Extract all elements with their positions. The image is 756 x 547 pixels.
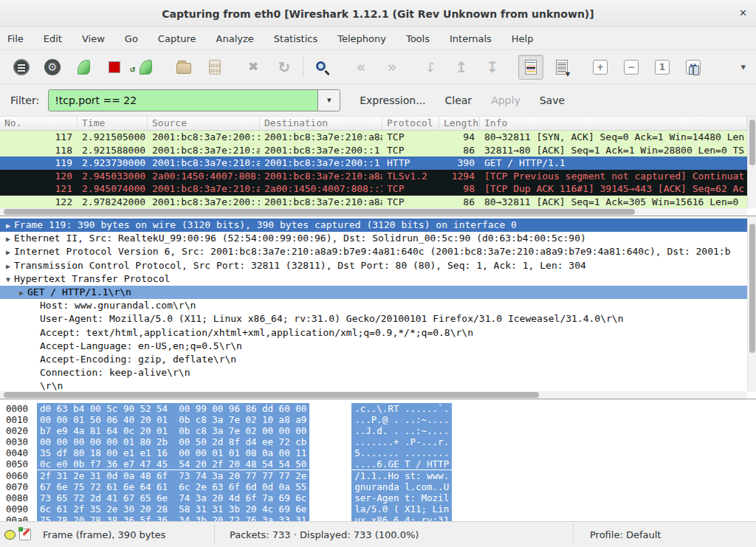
detail-row[interactable]: ▶Transmission Control Protocol, Src Port…	[0, 259, 756, 272]
hex-ascii[interactable]: ux x86_6 4; rv:31	[351, 515, 452, 521]
hex-bytes[interactable]: 73 65 72 2d 41 67 65 6e 74 3a 20 4d 6f 7…	[37, 492, 309, 503]
hex-ascii[interactable]: gnuranda l.com..U	[351, 481, 452, 492]
menu-capture[interactable]: Capture	[158, 33, 196, 44]
menu-statistics[interactable]: Statistics	[274, 33, 317, 44]
go-to-bottom-button[interactable]	[480, 55, 505, 80]
zoom-100-button[interactable]: 1	[650, 55, 675, 80]
packet-list-hscrollbar[interactable]	[0, 208, 747, 216]
hex-bytes[interactable]: 6c 61 2f 35 2e 30 20 28 58 31 31 3b 20 4…	[37, 503, 309, 515]
packet-row[interactable]: 1212.9450740002001:bc8:3a7e:210:a8a92a00…	[0, 182, 756, 196]
hex-bytes[interactable]: 2f 31 2e 31 0d 0a 48 6f 73 74 3a 20 77 7…	[37, 470, 309, 481]
detail-row[interactable]: ▶Frame 119: 390 bytes on wire (3120 bits…	[0, 219, 756, 232]
hex-row[interactable]: 007067 6e 75 72 61 6e 64 61 6c 2e 63 6f …	[0, 481, 756, 492]
auto-scroll-button[interactable]	[549, 55, 574, 80]
go-back-button[interactable]	[348, 55, 374, 80]
hex-bytes[interactable]: d0 63 b4 00 5c 90 52 54 00 99 00 96 86 d…	[37, 403, 309, 414]
toolbar-overflow-icon[interactable]: ▾	[740, 61, 746, 72]
hex-row[interactable]: 00500c e0 0b f7 36 e7 47 45 54 20 2f 20 …	[0, 458, 756, 469]
packet-row[interactable]: 1222.9782420002001:bc8:3a7e:200::12001:b…	[0, 196, 756, 209]
go-to-packet-button[interactable]	[418, 55, 443, 80]
find-packet-button[interactable]	[310, 55, 335, 80]
go-to-top-button[interactable]	[449, 55, 474, 80]
expander-icon[interactable]: ▶	[6, 248, 14, 256]
hex-ascii[interactable]: ser-Agen t: Mozil	[351, 492, 452, 503]
clear-button[interactable]: Clear	[445, 94, 472, 106]
hex-bytes[interactable]: 0c e0 0b f7 36 e7 47 45 54 20 2f 20 48 5…	[37, 458, 309, 469]
column-header-destination[interactable]: Destination	[260, 117, 382, 130]
column-header-protocol[interactable]: Protocol	[382, 117, 439, 130]
resize-columns-button[interactable]	[681, 55, 706, 80]
detail-row[interactable]: ▶GET / HTTP/1.1\r\n	[0, 286, 756, 299]
column-header-info[interactable]: Info	[480, 117, 747, 130]
packet-list-vscrollbar[interactable]	[747, 117, 756, 208]
open-file-button[interactable]	[171, 55, 196, 80]
hex-ascii[interactable]: ...P.@ . ..:~....	[351, 414, 452, 425]
hex-ascii[interactable]: .......+ .P-...r.	[351, 436, 452, 447]
expression-button[interactable]: Expression...	[360, 94, 425, 106]
menu-view[interactable]: View	[82, 33, 105, 44]
stop-capture-button[interactable]	[102, 55, 127, 80]
menu-file[interactable]: File	[7, 33, 24, 44]
go-forward-button[interactable]	[379, 55, 405, 80]
menu-analyze[interactable]: Analyze	[216, 33, 254, 44]
hex-ascii[interactable]: ....6.GE T / HTTP	[351, 458, 452, 469]
hex-bytes[interactable]: 35 df 80 18 00 e1 e1 16 00 00 01 01 08 0…	[37, 447, 309, 458]
detail-row[interactable]: Accept-Encoding: gzip, deflate\r\n	[0, 353, 756, 366]
save-file-button[interactable]	[202, 55, 227, 80]
menu-telephony[interactable]: Telephony	[337, 33, 386, 44]
hex-row[interactable]: 003000 00 00 00 00 01 80 2b 00 50 2d 8f …	[0, 436, 756, 447]
close-icon[interactable]: ✕	[739, 7, 747, 18]
hex-row[interactable]: 001000 00 01 50 06 40 20 01 0b c8 3a 7e …	[0, 414, 756, 425]
menu-tools[interactable]: Tools	[406, 33, 430, 44]
hex-bytes[interactable]: 67 6e 75 72 61 6e 64 61 6c 2e 63 6f 6d 0…	[37, 481, 309, 492]
zoom-out-button[interactable]: −	[619, 55, 644, 80]
expander-icon[interactable]: ▼	[6, 275, 14, 283]
menu-go[interactable]: Go	[125, 33, 138, 44]
hex-row[interactable]: 00a075 78 20 78 38 36 5f 36 34 3b 20 72 …	[0, 515, 756, 521]
detail-hscrollbar[interactable]	[0, 391, 747, 399]
detail-row[interactable]: ▼Hypertext Transfer Protocol	[0, 272, 756, 286]
expert-info-icon[interactable]	[4, 530, 16, 540]
detail-row[interactable]: Connection: keep-alive\r\n	[0, 366, 756, 379]
hex-row[interactable]: 00602f 31 2e 31 0d 0a 48 6f 73 74 3a 20 …	[0, 470, 756, 481]
zoom-in-button[interactable]: +	[588, 55, 613, 80]
close-file-button[interactable]	[241, 55, 266, 80]
expander-icon[interactable]: ▶	[6, 262, 14, 270]
column-header-no[interactable]: No.	[0, 117, 78, 130]
capture-comment-icon[interactable]	[19, 529, 31, 540]
filter-dropdown-icon[interactable]: ▾	[317, 90, 340, 111]
menu-help[interactable]: Help	[512, 33, 534, 44]
capture-options-button[interactable]	[40, 55, 65, 80]
detail-row[interactable]: User-Agent: Mozilla/5.0 (X11; Linux x86_…	[0, 312, 756, 326]
packet-row[interactable]: 1192.9237300002001:bc8:3a7e:210:a8a92001…	[0, 156, 756, 170]
hex-row[interactable]: 0020b7 e9 4a 81 64 0c 20 01 0b c8 3a 7e …	[0, 425, 756, 436]
expander-icon[interactable]: ▶	[19, 289, 27, 297]
restart-capture-button[interactable]	[133, 55, 158, 80]
save-button[interactable]: Save	[540, 94, 565, 106]
filter-input[interactable]	[49, 90, 317, 111]
detail-vscrollbar[interactable]	[747, 216, 756, 392]
colorize-button[interactable]	[518, 55, 543, 80]
menu-internals[interactable]: Internals	[450, 33, 492, 44]
hex-ascii[interactable]: /1.1..Ho st: www.	[351, 470, 452, 481]
expander-icon[interactable]: ▶	[6, 221, 14, 230]
hex-row[interactable]: 008073 65 72 2d 41 67 65 6e 74 3a 20 4d …	[0, 492, 756, 503]
hex-row[interactable]: 004035 df 80 18 00 e1 e1 16 00 00 01 01 …	[0, 447, 756, 458]
hex-bytes[interactable]: 75 78 20 78 38 36 5f 36 34 3b 20 72 76 3…	[37, 515, 309, 521]
list-interfaces-button[interactable]	[9, 55, 34, 80]
expander-icon[interactable]: ▶	[6, 235, 14, 243]
hex-bytes[interactable]: b7 e9 4a 81 64 0c 20 01 0b c8 3a 7e 02 0…	[37, 425, 309, 436]
packet-row[interactable]: 1182.9215880002001:bc8:3a7e:210:a8a92001…	[0, 144, 756, 157]
hex-row[interactable]: 0000d0 63 b4 00 5c 90 52 54 00 99 00 96 …	[0, 403, 756, 414]
column-header-length[interactable]: Length	[439, 117, 480, 130]
packet-row[interactable]: 1202.9450330002a00:1450:4007:808::102001…	[0, 170, 756, 183]
detail-row[interactable]: Accept: text/html,application/xhtml+xml,…	[0, 326, 756, 340]
start-capture-button[interactable]	[71, 55, 96, 80]
hex-bytes[interactable]: 00 00 00 00 00 01 80 2b 00 50 2d 8f d4 e…	[37, 436, 309, 447]
column-header-time[interactable]: Time	[78, 117, 148, 130]
detail-row[interactable]: Host: www.gnurandal.com\r\n	[0, 299, 756, 312]
packet-row[interactable]: 1172.9215050002001:bc8:3a7e:200::12001:b…	[0, 131, 756, 144]
detail-row[interactable]: ▶Ethernet II, Src: RealtekU_99:00:96 (52…	[0, 232, 756, 245]
detail-row[interactable]: Accept-Language: en-US,en;q=0.5\r\n	[0, 340, 756, 353]
hex-ascii[interactable]: la/5.0 ( X11; Lin	[351, 503, 452, 515]
